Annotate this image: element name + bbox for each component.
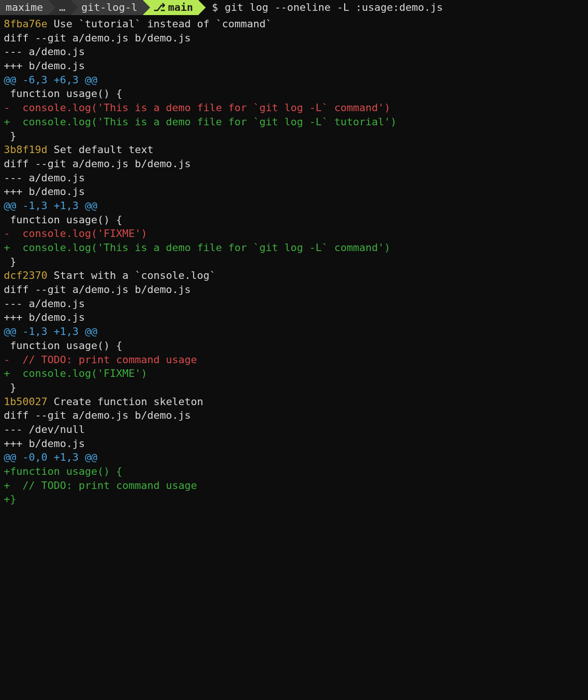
commit-header: 1b50027 Create function skeleton <box>4 395 584 409</box>
chevron-right-icon <box>71 0 78 15</box>
chevron-right-icon <box>198 0 206 15</box>
commit-header: 8fba76e Use `tutorial` instead of `comma… <box>4 17 584 31</box>
diff-hunk-header: @@ -1,3 +1,3 @@ <box>4 199 584 213</box>
diff-minus-file: --- a/demo.js <box>4 171 584 185</box>
diff-plus-file: +++ b/demo.js <box>4 310 584 325</box>
command-text: git log --oneline -L :usage:demo.js <box>225 0 443 15</box>
diff-minus-file: --- a/demo.js <box>4 297 584 311</box>
diff-line-removed: - // TODO: print command usage <box>4 353 584 367</box>
diff-line-context: function usage() { <box>4 87 584 101</box>
command-line[interactable]: $ git log --oneline -L :usage:demo.js <box>199 0 443 15</box>
diff-line-context: function usage() { <box>4 213 584 227</box>
prompt-user-segment: maxime <box>0 0 48 15</box>
chevron-right-icon <box>48 0 56 15</box>
diff-header: diff --git a/demo.js b/demo.js <box>4 157 584 171</box>
diff-minus-file: --- a/demo.js <box>4 45 584 59</box>
diff-plus-file: +++ b/demo.js <box>4 185 584 199</box>
prompt-user: maxime <box>6 0 43 15</box>
commit-message: Start with a `console.log` <box>48 269 216 281</box>
diff-line-context: } <box>4 381 584 395</box>
diff-line-added: + console.log('FIXME') <box>4 366 584 381</box>
git-branch-icon: ⎇ <box>153 0 165 15</box>
diff-line-added: +} <box>4 492 584 506</box>
diff-line-context: function usage() { <box>4 339 584 353</box>
prompt-branch: main <box>168 0 193 15</box>
prompt-dir-segment: git-log-l <box>71 0 143 15</box>
commit-message: Use `tutorial` instead of `command` <box>48 18 272 30</box>
commit-hash: dcf2370 <box>4 269 48 281</box>
commit-header: dcf2370 Start with a `console.log` <box>4 269 584 283</box>
diff-line-added: +function usage() { <box>4 464 584 479</box>
prompt-ellipsis: … <box>59 0 65 15</box>
diff-plus-file: +++ b/demo.js <box>4 437 584 451</box>
prompt-branch-segment: ⎇ main <box>143 0 199 15</box>
diff-line-added: + console.log('This is a demo file for `… <box>4 115 584 129</box>
diff-hunk-header: @@ -1,3 +1,3 @@ <box>4 325 584 339</box>
commit-hash: 1b50027 <box>4 396 48 407</box>
diff-line-added: + console.log('This is a demo file for `… <box>4 241 584 255</box>
commit-hash: 8fba76e <box>4 18 48 30</box>
diff-line-context: } <box>4 129 584 143</box>
diff-hunk-header: @@ -0,0 +1,3 @@ <box>4 450 584 464</box>
diff-header: diff --git a/demo.js b/demo.js <box>4 408 584 423</box>
diff-header: diff --git a/demo.js b/demo.js <box>4 31 584 45</box>
diff-header: diff --git a/demo.js b/demo.js <box>4 283 584 297</box>
diff-plus-file: +++ b/demo.js <box>4 59 584 73</box>
diff-line-removed: - console.log('This is a demo file for `… <box>4 101 584 115</box>
diff-line-added: + // TODO: print command usage <box>4 479 584 493</box>
chevron-right-icon <box>143 0 150 15</box>
shell-prompt: maxime … git-log-l ⎇ main $ git log --on… <box>0 0 588 15</box>
prompt-symbol: $ <box>212 0 218 15</box>
diff-minus-file: --- /dev/null <box>4 423 584 437</box>
commit-hash: 3b8f19d <box>4 144 48 155</box>
commit-message: Create function skeleton <box>48 396 203 407</box>
diff-line-removed: - console.log('FIXME') <box>4 227 584 241</box>
commit-header: 3b8f19d Set default text <box>4 143 584 157</box>
terminal-output[interactable]: 8fba76e Use `tutorial` instead of `comma… <box>0 15 588 510</box>
prompt-dir: git-log-l <box>81 0 137 15</box>
diff-hunk-header: @@ -6,3 +6,3 @@ <box>4 73 584 87</box>
diff-line-context: } <box>4 255 584 269</box>
commit-message: Set default text <box>48 144 153 155</box>
